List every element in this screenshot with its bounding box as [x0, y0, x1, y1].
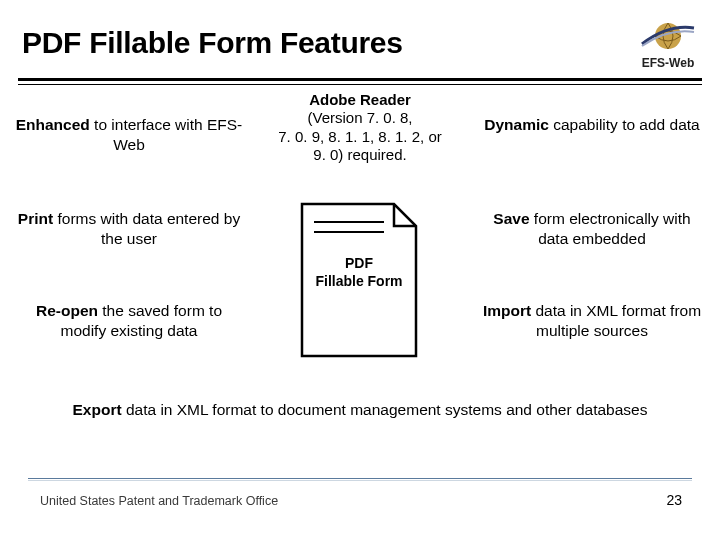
doc-label-line2: Fillable Form [315, 273, 402, 289]
feature-dynamic: Dynamic capability to add data [478, 115, 706, 135]
feature-enhanced: Enhanced to interface with EFS-Web [14, 115, 244, 155]
feature-print: Print forms with data entered by the use… [14, 209, 244, 249]
page-title: PDF Fillable Form Features [22, 26, 403, 60]
feature-export: Export data in XML format to document ma… [0, 400, 720, 420]
page-number: 23 [666, 492, 682, 508]
globe-ring-icon [638, 16, 698, 54]
document-icon: PDF Fillable Form [284, 196, 434, 370]
adobe-reader-note: Adobe Reader (Version 7. 0. 8, 7. 0. 9, … [252, 91, 468, 164]
doc-label-line1: PDF [345, 255, 373, 271]
title-divider [18, 78, 702, 85]
footer-text: United States Patent and Trademark Offic… [40, 494, 278, 508]
feature-import: Import data in XML format from multiple … [478, 301, 706, 341]
feature-save: Save form electronically with data embed… [478, 209, 706, 249]
logo-text: EFS-Web [642, 56, 694, 70]
footer-divider [28, 478, 692, 481]
feature-reopen: Re-open the saved form to modify existin… [14, 301, 244, 341]
efs-web-logo: EFS-Web [638, 16, 698, 70]
